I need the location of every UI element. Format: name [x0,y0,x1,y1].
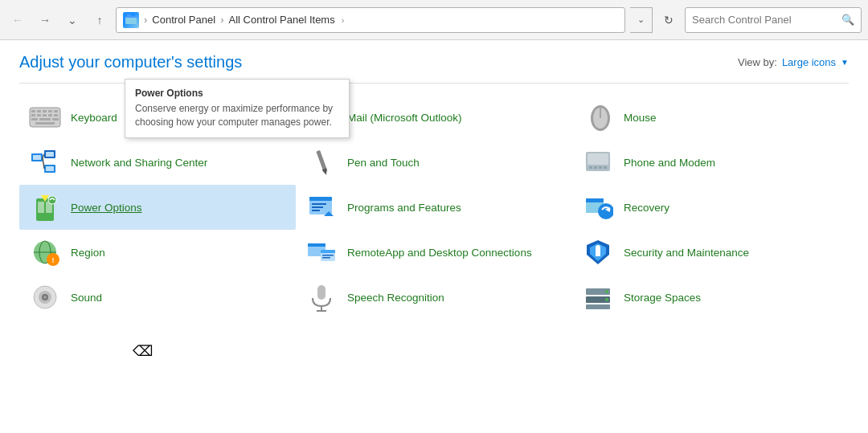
svg-rect-67 [321,250,335,253]
recovery-label: Recovery [624,202,669,214]
search-input[interactable] [692,14,837,26]
svg-rect-7 [48,110,52,112]
remoteapp-label: RemoteApp and Desktop Connections [347,247,532,259]
item-remoteapp[interactable]: RemoteApp and Desktop Connections [296,230,572,275]
svg-text:!: ! [52,256,55,264]
item-network[interactable]: Network and Sharing Center [19,140,296,185]
svg-rect-16 [52,118,59,121]
breadcrumb-all-items[interactable]: All Control Panel Items [228,14,334,26]
svg-rect-6 [43,110,47,112]
svg-rect-69 [322,257,330,259]
svg-rect-39 [588,153,608,165]
cursor: ⌫ [133,342,153,360]
svg-rect-41 [594,166,597,169]
svg-rect-12 [48,114,52,116]
svg-rect-45 [38,202,44,213]
search-icon: 🔍 [841,14,854,26]
network-label: Network and Sharing Center [71,157,207,169]
forward-button[interactable]: → [34,9,56,31]
svg-point-77 [43,296,47,299]
mouse-icon [582,101,614,133]
item-pen[interactable]: Pen and Touch [296,140,572,185]
address-bar: ← → ⌄ ↑ › Control Panel › All Control Pa… [0,0,868,40]
item-programs[interactable]: Programs and Features [296,185,572,230]
phone-label: Phone and Modem [624,157,715,169]
item-storage[interactable]: Storage Spaces [572,275,849,320]
svg-rect-17 [35,122,55,125]
security-label: Security and Maintenance [624,247,749,259]
speech-label: Speech Recognition [347,292,444,304]
refresh-button[interactable]: ↻ [657,9,680,31]
svg-rect-22 [317,119,323,121]
item-phone[interactable]: Phone and Modem [572,140,849,185]
power-icon [29,191,61,223]
divider [19,83,849,84]
item-security[interactable]: Security and Maintenance [572,230,849,275]
path-icon [123,12,139,28]
speech-icon [305,281,338,313]
region-icon: ! [29,236,61,268]
svg-line-35 [43,157,44,169]
svg-point-84 [605,290,608,293]
svg-line-34 [43,154,44,157]
remoteapp-icon [305,236,338,268]
svg-rect-20 [316,113,327,123]
storage-icon [582,281,614,313]
item-mail[interactable]: ! Mail (Microsoft Outlook) [296,95,572,140]
keyboard-label: Keyboard [71,112,117,124]
svg-rect-5 [37,110,41,112]
item-recovery[interactable]: Recovery [572,185,849,230]
programs-label: Programs and Features [347,202,461,214]
path-sep2: › [220,14,223,26]
path-chevron: › [342,15,345,25]
svg-rect-51 [312,203,326,205]
mouse-label: Mouse [624,112,657,124]
keyboard-icon [29,101,61,133]
recovery-icon [582,191,614,223]
svg-rect-4 [31,110,35,112]
svg-rect-33 [46,166,54,171]
svg-point-48 [48,196,56,204]
svg-text:!: ! [328,108,330,115]
svg-rect-14 [31,118,38,121]
svg-point-85 [605,298,608,301]
item-region[interactable]: ! Region [19,230,296,275]
back-button[interactable]: ← [6,9,29,31]
svg-rect-56 [586,198,604,202]
region-label: Region [71,247,105,259]
svg-rect-9 [31,114,35,116]
item-speech[interactable]: Speech Recognition [296,275,572,320]
view-by-dropdown-icon[interactable]: ▼ [841,58,849,67]
address-dropdown-button[interactable]: ⌄ [630,7,653,33]
view-by-value[interactable]: Large icons [782,56,836,68]
sound-icon [29,281,61,313]
up-button[interactable]: ↑ [88,9,111,31]
svg-rect-68 [322,255,334,256]
page-title: Adjust your computer's settings [19,53,242,71]
svg-rect-83 [586,304,610,309]
svg-rect-15 [39,118,51,121]
svg-rect-11 [43,114,47,116]
pen-label: Pen and Touch [347,157,420,169]
item-keyboard[interactable]: Keyboard [19,95,296,140]
search-box[interactable]: 🔍 [685,7,862,33]
address-field[interactable]: › Control Panel › All Control Panel Item… [116,7,625,33]
recent-button[interactable]: ⌄ [61,9,84,31]
path-sep1: › [144,14,147,26]
svg-rect-2 [127,14,131,17]
svg-rect-52 [312,206,323,208]
svg-rect-65 [308,243,326,247]
svg-rect-78 [317,285,326,300]
breadcrumb-control-panel[interactable]: Control Panel [152,14,215,26]
svg-rect-10 [37,114,41,116]
programs-icon [305,191,338,223]
pen-icon [305,146,338,178]
mail-label: Mail (Microsoft Outlook) [347,112,462,124]
item-mouse[interactable]: Mouse [572,95,849,140]
storage-label: Storage Spaces [624,292,701,304]
svg-rect-43 [604,166,607,169]
item-power[interactable]: Power Options [19,185,296,230]
item-sound[interactable]: Sound [19,275,296,320]
svg-rect-40 [589,166,592,169]
mail-icon: ! [305,101,338,133]
